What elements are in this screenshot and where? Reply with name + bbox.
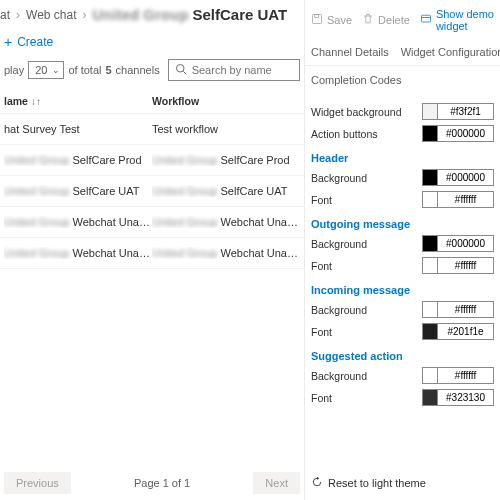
outgoing-font-color[interactable] bbox=[422, 257, 494, 274]
action-btn-label: Action buttons bbox=[311, 128, 378, 140]
create-label: Create bbox=[17, 35, 53, 49]
tab-channel-details[interactable]: Channel Details bbox=[311, 40, 389, 65]
svg-rect-2 bbox=[313, 15, 322, 24]
incoming-section: Incoming message bbox=[311, 284, 410, 296]
search-box[interactable] bbox=[168, 59, 300, 81]
chevron-right-icon: › bbox=[83, 8, 87, 22]
suggested-font-color[interactable] bbox=[422, 389, 494, 406]
breadcrumb-current: United Group SelfCare UAT bbox=[93, 6, 288, 23]
table-row[interactable]: United Group SelfCare ProdUnited Group S… bbox=[0, 145, 304, 176]
tab-completion-codes[interactable]: Completion Codes bbox=[305, 66, 500, 94]
previous-button[interactable]: Previous bbox=[4, 472, 71, 494]
sort-icon: ↓↑ bbox=[31, 96, 41, 107]
column-name[interactable]: lame ↓↑ bbox=[4, 95, 152, 107]
reset-theme-button[interactable]: Reset to light theme bbox=[305, 465, 500, 500]
header-bg-color[interactable] bbox=[422, 169, 494, 186]
table-row[interactable]: United Group Webchat Unauth UATUnited Gr… bbox=[0, 238, 304, 269]
chevron-right-icon: › bbox=[16, 8, 20, 22]
page-size-select[interactable]: 20 ⌄ bbox=[28, 61, 64, 79]
toolbar: Save Delete Show demo widget bbox=[305, 0, 500, 40]
incoming-bg-color[interactable] bbox=[422, 301, 494, 318]
widget-bg-label: Widget background bbox=[311, 106, 401, 118]
pager: Previous Page 1 of 1 Next bbox=[0, 466, 304, 500]
display-control: play 20 ⌄ of total 5 channels bbox=[4, 61, 160, 79]
save-icon bbox=[311, 13, 323, 27]
outgoing-section: Outgoing message bbox=[311, 218, 410, 230]
save-button[interactable]: Save bbox=[311, 13, 352, 27]
search-icon bbox=[175, 63, 187, 77]
create-button[interactable]: + Create bbox=[4, 35, 53, 49]
action-btn-color[interactable] bbox=[422, 125, 494, 142]
trash-icon bbox=[362, 13, 374, 27]
breadcrumb-level1[interactable]: at bbox=[0, 8, 10, 22]
search-input[interactable] bbox=[192, 64, 293, 76]
tabs: Channel Details Widget Configuration W bbox=[305, 40, 500, 66]
svg-point-0 bbox=[176, 65, 184, 73]
config-panel: Widget background Action buttons Header … bbox=[305, 94, 500, 465]
incoming-font-color[interactable] bbox=[422, 323, 494, 340]
widget-icon bbox=[420, 13, 432, 27]
breadcrumb: at › Web chat › United Group SelfCare UA… bbox=[0, 0, 304, 29]
suggested-section: Suggested action bbox=[311, 350, 403, 362]
reset-icon bbox=[311, 476, 323, 490]
show-demo-button[interactable]: Show demo widget bbox=[420, 8, 494, 32]
outgoing-bg-color[interactable] bbox=[422, 235, 494, 252]
svg-rect-3 bbox=[315, 15, 319, 18]
delete-button[interactable]: Delete bbox=[362, 13, 410, 27]
suggested-bg-color[interactable] bbox=[422, 367, 494, 384]
chevron-down-icon: ⌄ bbox=[52, 65, 60, 75]
table-row[interactable]: United Group Webchat Unauth ProdUnited G… bbox=[0, 207, 304, 238]
header-section: Header bbox=[311, 152, 348, 164]
table-row[interactable]: United Group SelfCare UATUnited Group Se… bbox=[0, 176, 304, 207]
tab-widget-config[interactable]: Widget Configuration bbox=[401, 40, 500, 65]
table-row[interactable]: hat Survey TestTest workflow bbox=[0, 114, 304, 145]
svg-rect-4 bbox=[421, 15, 430, 22]
next-button[interactable]: Next bbox=[253, 472, 300, 494]
widget-bg-color[interactable] bbox=[422, 103, 494, 120]
svg-line-1 bbox=[183, 71, 186, 74]
column-workflow[interactable]: Workflow bbox=[152, 95, 300, 107]
plus-icon: + bbox=[4, 35, 12, 49]
channels-table: lame ↓↑ Workflow hat Survey TestTest wor… bbox=[0, 89, 304, 466]
page-info: Page 1 of 1 bbox=[134, 477, 190, 489]
header-font-color[interactable] bbox=[422, 191, 494, 208]
breadcrumb-level2[interactable]: Web chat bbox=[26, 8, 76, 22]
